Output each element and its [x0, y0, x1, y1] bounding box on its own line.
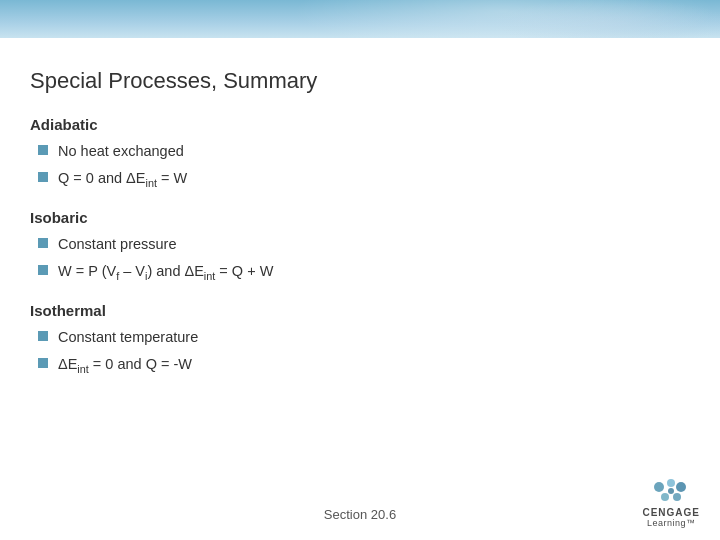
svg-point-3 — [661, 493, 669, 501]
top-decorative-bar — [0, 0, 720, 38]
bullet-text-isothermal-1: Constant temperature — [58, 327, 680, 349]
bullet-text-isothermal-2: ΔEint = 0 and Q = -W — [58, 354, 680, 377]
bullet-marker — [38, 172, 48, 182]
bullet-marker — [38, 358, 48, 368]
bullet-marker — [38, 265, 48, 275]
slide-content: Special Processes, Summary Adiabatic No … — [0, 38, 720, 540]
bullet-isobaric-2: W = P (Vf – Vi) and ΔEint = Q + W — [38, 261, 680, 284]
cengage-text: CENGAGE — [642, 507, 700, 518]
heading-isothermal: Isothermal — [30, 302, 680, 319]
bullet-marker — [38, 145, 48, 155]
bullet-marker — [38, 331, 48, 341]
svg-point-4 — [673, 493, 681, 501]
cengage-logo-icon — [651, 477, 691, 507]
bullet-text-isobaric-1: Constant pressure — [58, 234, 680, 256]
bullet-list-isobaric: Constant pressure W = P (Vf – Vi) and ΔE… — [30, 234, 680, 284]
svg-point-1 — [667, 479, 675, 487]
bullet-isobaric-1: Constant pressure — [38, 234, 680, 256]
heading-isobaric: Isobaric — [30, 209, 680, 226]
bullet-adiabatic-2: Q = 0 and ΔEint = W — [38, 168, 680, 191]
slide-title: Special Processes, Summary — [30, 68, 680, 94]
bullet-text-isobaric-2: W = P (Vf – Vi) and ΔEint = Q + W — [58, 261, 680, 284]
bullet-text-adiabatic-1: No heat exchanged — [58, 141, 680, 163]
bullet-list-isothermal: Constant temperature ΔEint = 0 and Q = -… — [30, 327, 680, 377]
bullet-isothermal-1: Constant temperature — [38, 327, 680, 349]
bullet-list-adiabatic: No heat exchanged Q = 0 and ΔEint = W — [30, 141, 680, 191]
section-isothermal: Isothermal Constant temperature ΔEint = … — [30, 302, 680, 377]
heading-adiabatic: Adiabatic — [30, 116, 680, 133]
section-isobaric: Isobaric Constant pressure W = P (Vf – V… — [30, 209, 680, 284]
svg-point-2 — [676, 482, 686, 492]
section-label: Section 20.6 — [324, 507, 396, 522]
svg-point-0 — [654, 482, 664, 492]
cengage-logo: CENGAGE Learning™ — [642, 477, 700, 528]
svg-point-5 — [668, 488, 674, 494]
learning-text: Learning™ — [642, 518, 700, 528]
bullet-isothermal-2: ΔEint = 0 and Q = -W — [38, 354, 680, 377]
bullet-text-adiabatic-2: Q = 0 and ΔEint = W — [58, 168, 680, 191]
section-adiabatic: Adiabatic No heat exchanged Q = 0 and ΔE… — [30, 116, 680, 191]
bullet-marker — [38, 238, 48, 248]
bullet-adiabatic-1: No heat exchanged — [38, 141, 680, 163]
